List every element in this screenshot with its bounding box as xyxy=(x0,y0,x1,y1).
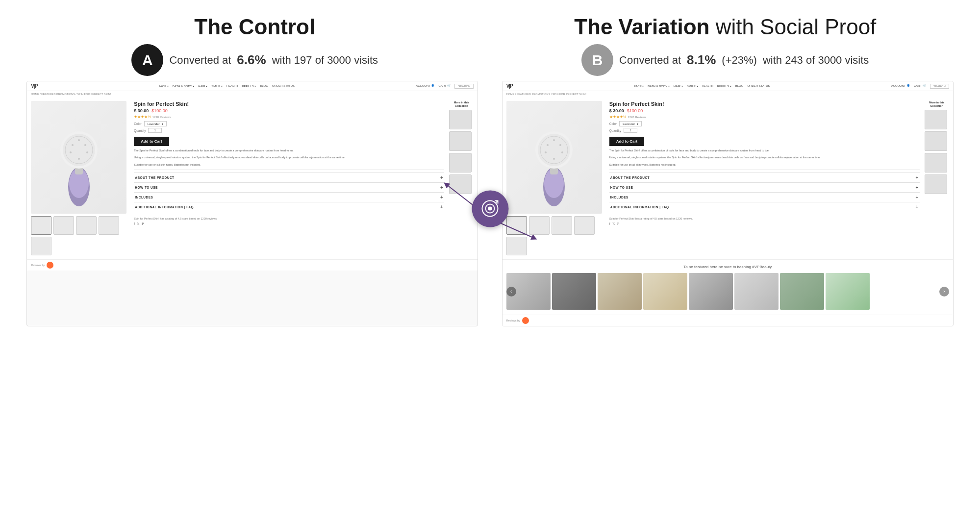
thumb-4[interactable] xyxy=(99,216,119,235)
collection-thumb-1-variation[interactable] xyxy=(925,110,947,129)
main-product-image-variation xyxy=(506,101,602,214)
svg-point-21 xyxy=(553,158,555,160)
nav-account-variation[interactable]: ACCOUNT 👤 xyxy=(891,84,910,89)
collection-thumb-1-control[interactable] xyxy=(449,110,472,129)
nav-smile-variation[interactable]: SMILE ▾ xyxy=(687,84,698,88)
nav-health[interactable]: HEALTH xyxy=(226,84,238,88)
control-conversion-detail: with 197 of 3000 visits xyxy=(272,54,378,67)
nav-order[interactable]: ORDER STATUS xyxy=(272,84,295,88)
color-dropdown-variation[interactable]: Lavender ▾ xyxy=(619,121,642,126)
stars-row-control: ★★★★½ 1220 Reviews xyxy=(134,115,444,119)
accordion-howtouse-control[interactable]: HOW TO USE + xyxy=(134,182,444,192)
reviews-footer-control: Reviews by xyxy=(27,259,477,271)
ugc-photo-3 xyxy=(598,273,642,310)
add-to-cart-control[interactable]: Add to Cart xyxy=(134,137,169,146)
collection-thumb-3-control[interactable] xyxy=(449,153,472,173)
collection-thumb-2-control[interactable] xyxy=(449,131,472,151)
reviews-badge-icon-variation xyxy=(522,317,529,324)
product-details-col-variation: Spin for Perfect Skin! $ 30.00 $100.00 ★… xyxy=(609,101,920,255)
accordion-section-variation: ABOUT THE PRODUCT + HOW TO USE + INCLUDE… xyxy=(609,170,920,214)
collection-thumb-2-variation[interactable] xyxy=(925,131,947,151)
svg-point-20 xyxy=(547,144,549,146)
nav-smile[interactable]: SMILE ▾ xyxy=(211,84,223,88)
nav-refills[interactable]: REFILLS ▾ xyxy=(242,84,256,88)
color-dropdown-control[interactable]: Lavender ▾ xyxy=(144,121,167,126)
collection-thumb-4-control[interactable] xyxy=(449,174,472,194)
nav-blog[interactable]: BLOG xyxy=(260,84,268,88)
nav-face[interactable]: FACE ▾ xyxy=(159,84,169,88)
qty-input-variation[interactable]: 1 xyxy=(624,128,637,133)
qty-value-control: 1 xyxy=(154,129,156,132)
facebook-icon-control[interactable]: f xyxy=(134,222,135,226)
svg-point-10 xyxy=(86,151,88,153)
qty-input-control[interactable]: 1 xyxy=(148,128,162,133)
collection-thumb-4-variation[interactable] xyxy=(925,174,947,194)
control-conversion-text: Converted at xyxy=(169,54,231,67)
brush-svg-control xyxy=(47,106,111,209)
nav-order-variation[interactable]: ORDER STATUS xyxy=(747,84,770,88)
price-row-control: $ 30.00 $100.00 xyxy=(134,108,444,113)
nav-search[interactable]: SEARCH xyxy=(454,84,474,89)
ugc-nav-left[interactable]: ‹ xyxy=(506,287,516,297)
browser-nav-control: V|P FACE ▾ BATH & BODY ▾ HAIR ▾ SMILE ▾ … xyxy=(27,81,477,91)
accordion-about-variation[interactable]: ABOUT THE PRODUCT + xyxy=(609,173,920,182)
nav-logo-variation: V|P xyxy=(506,83,513,89)
nav-cart[interactable]: CART 🛒 xyxy=(438,84,451,89)
svg-point-26 xyxy=(488,207,492,211)
pinterest-icon-variation[interactable]: 𝐏 xyxy=(617,222,619,226)
nav-bath-variation[interactable]: BATH & BODY ▾ xyxy=(648,84,669,88)
hashtag-text: To be featured here be sure to hashtag #… xyxy=(506,265,949,269)
product-title-variation: Spin for Perfect Skin! xyxy=(609,101,920,107)
thumb-3-variation[interactable] xyxy=(552,216,572,235)
dropdown-arrow-variation: ▾ xyxy=(637,122,638,125)
svg-point-23 xyxy=(545,151,547,153)
nav-bath[interactable]: BATH & BODY ▾ xyxy=(173,84,194,88)
product-layout-variation: Spin for Perfect Skin! $ 30.00 $100.00 ★… xyxy=(503,97,953,259)
ugc-photo-7 xyxy=(780,273,824,310)
nav-hair-variation[interactable]: HAIR ▾ xyxy=(674,84,683,88)
twitter-icon-variation[interactable]: 𝕏 xyxy=(612,222,615,226)
thumb-5[interactable] xyxy=(31,237,51,255)
nav-search-variation[interactable]: SEARCH xyxy=(930,84,949,89)
variation-badge: B xyxy=(581,44,613,76)
collection-thumb-3-variation[interactable] xyxy=(925,153,947,173)
facebook-icon-variation[interactable]: f xyxy=(609,222,610,226)
nav-health-variation[interactable]: HEALTH xyxy=(702,84,713,88)
thumb-2-variation[interactable] xyxy=(529,216,550,235)
nav-face-variation[interactable]: FACE ▾ xyxy=(634,84,644,88)
more-title-control: More in this Collection xyxy=(449,101,474,107)
nav-account[interactable]: ACCOUNT 👤 xyxy=(416,84,434,89)
accordion-includes-control[interactable]: INCLUDES + xyxy=(134,192,444,202)
accordion-about-control[interactable]: ABOUT THE PRODUCT + xyxy=(134,173,444,182)
accordion-about-label-variation: ABOUT THE PRODUCT xyxy=(610,176,650,179)
rating-text-variation: Spin for Perfect Skin! has a rating of 4… xyxy=(609,217,920,220)
pinterest-icon-control[interactable]: 𝐏 xyxy=(142,222,144,226)
color-row-control: Color Lavender ▾ xyxy=(134,121,444,126)
nav-refills-variation[interactable]: REFILLS ▾ xyxy=(717,84,731,88)
thumb-2[interactable] xyxy=(53,216,74,235)
accordion-howtouse-variation[interactable]: HOW TO USE + xyxy=(609,182,920,192)
ugc-photo-container: ‹ › xyxy=(506,273,949,310)
accordion-faq-label-control: ADDITIONAL INFORMATION | FAQ xyxy=(135,205,194,209)
rating-text-control: Spin for Perfect Skin! has a rating of 4… xyxy=(134,217,444,220)
nav-blog-variation[interactable]: BLOG xyxy=(735,84,744,88)
accordion-faq-variation[interactable]: ADDITIONAL INFORMATION | FAQ + xyxy=(609,202,920,212)
thumb-1[interactable] xyxy=(31,216,51,235)
thumb-4-variation[interactable] xyxy=(574,216,595,235)
accordion-howtouse-label-variation: HOW TO USE xyxy=(610,186,633,189)
accordion-about-plus-variation: + xyxy=(915,175,918,180)
nav-hair[interactable]: HAIR ▾ xyxy=(198,84,207,88)
control-badge: A xyxy=(131,44,163,76)
thumb-3[interactable] xyxy=(76,216,97,235)
thumb-1-variation[interactable] xyxy=(506,216,527,235)
reviews-count-control[interactable]: 1220 Reviews xyxy=(152,116,171,119)
reviews-count-variation[interactable]: 1220 Reviews xyxy=(628,116,646,119)
add-to-cart-variation[interactable]: Add to Cart xyxy=(609,137,645,146)
svg-point-7 xyxy=(84,144,86,146)
accordion-faq-control[interactable]: ADDITIONAL INFORMATION | FAQ + xyxy=(134,202,444,212)
twitter-icon-control[interactable]: 𝕏 xyxy=(137,222,140,226)
thumb-5-variation[interactable] xyxy=(506,237,527,255)
nav-cart-variation[interactable]: CART 🛒 xyxy=(914,84,926,89)
accordion-includes-variation[interactable]: INCLUDES + xyxy=(609,192,920,202)
ugc-nav-right[interactable]: › xyxy=(939,287,949,297)
